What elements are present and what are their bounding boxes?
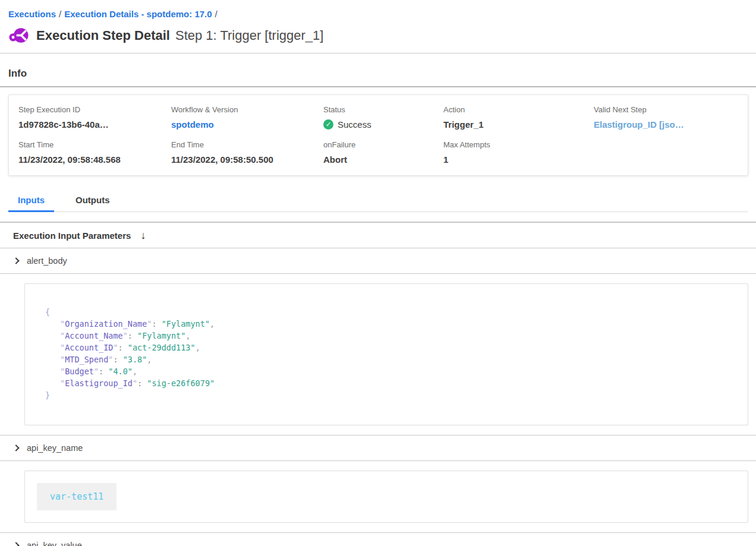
alert-body-content-box: {"Organization_Name": "Fylamynt","Accoun… — [24, 283, 748, 425]
page-title: Execution Step Detail — [36, 28, 170, 43]
field-value: Trigger_1 — [443, 119, 594, 130]
chevron-right-icon — [12, 542, 19, 546]
field-value: 11/23/2022, 09:58:50.500 — [171, 154, 323, 165]
expander-label: api_key_value — [27, 541, 82, 546]
field-end-time: End Time 11/23/2022, 09:58:50.500 — [171, 140, 323, 165]
field-on-failure: onFailure Abort — [323, 140, 443, 165]
breadcrumb-link-executions[interactable]: Executions — [8, 9, 56, 19]
expander-label: api_key_name — [27, 443, 83, 453]
page-subtitle: Step 1: Trigger [trigger_1] — [175, 28, 323, 43]
check-circle-icon: ✓ — [323, 119, 333, 130]
api-key-name-value: var-test11 — [37, 483, 116, 510]
field-label: Valid Next Step — [594, 105, 738, 114]
field-action: Action Trigger_1 — [443, 105, 594, 130]
field-valid-next-step: Valid Next Step Elastigroup_ID [jso… — [594, 105, 738, 130]
json-viewer: {"Organization_Name": "Fylamynt","Accoun… — [45, 306, 736, 401]
chevron-right-icon — [12, 257, 19, 264]
info-heading: Info — [8, 68, 748, 80]
field-value: 1d97828c-13b6-40a… — [18, 119, 171, 130]
divider — [0, 460, 756, 461]
expander-api-key-value[interactable]: api_key_value — [8, 533, 748, 546]
field-label: onFailure — [323, 140, 443, 149]
breadcrumb: Executions/Execution Details - spotdemo:… — [0, 0, 756, 19]
status-badge: ✓ Success — [323, 119, 443, 130]
divider — [0, 273, 756, 274]
field-label: Start Time — [18, 140, 171, 149]
info-card: Step Execution ID 1d97828c-13b6-40a… Wor… — [8, 94, 748, 176]
field-label: Max Attempts — [443, 140, 594, 149]
params-header-label: Execution Input Parameters — [13, 231, 131, 241]
breadcrumb-separator: / — [56, 9, 64, 19]
field-status: Status ✓ Success — [323, 105, 443, 130]
tab-outputs[interactable]: Outputs — [62, 191, 123, 212]
field-label: Step Execution ID — [18, 105, 171, 114]
workflow-link[interactable]: spotdemo — [171, 119, 323, 130]
field-value: 11/23/2022, 09:58:48.568 — [18, 154, 171, 165]
tabbar: Inputs Outputs — [8, 191, 748, 212]
field-workflow-version: Workflow & Version spotdemo — [171, 105, 323, 130]
divider — [0, 86, 756, 87]
expander-alert-body[interactable]: alert_body — [8, 248, 748, 273]
breadcrumb-separator: / — [212, 9, 220, 19]
field-start-time: Start Time 11/23/2022, 09:58:48.568 — [18, 140, 171, 165]
page-title-group: Execution Step DetailStep 1: Trigger [tr… — [36, 28, 323, 43]
field-value: 1 — [443, 154, 594, 165]
chevron-right-icon — [12, 444, 19, 451]
field-label: Workflow & Version — [171, 105, 323, 114]
empty-cell — [594, 140, 738, 165]
page-header: Execution Step DetailStep 1: Trigger [tr… — [8, 26, 748, 45]
api-key-name-content-box: var-test11 — [24, 471, 748, 523]
field-max-attempts: Max Attempts 1 — [443, 140, 594, 165]
breadcrumb-link-execution-details[interactable]: Execution Details - spotdemo: 17.0 — [64, 9, 212, 19]
field-value: Abort — [323, 154, 443, 165]
expander-label: alert_body — [27, 256, 67, 266]
valid-next-step-link[interactable]: Elastigroup_ID [jso… — [594, 119, 738, 130]
field-step-execution-id: Step Execution ID 1d97828c-13b6-40a… — [18, 105, 171, 130]
tab-inputs[interactable]: Inputs — [8, 191, 54, 212]
field-label: End Time — [171, 140, 323, 149]
params-header: Execution Input Parameters ↓ — [8, 223, 748, 248]
fylamynt-logo-icon — [8, 26, 29, 45]
status-text: Success — [338, 119, 371, 130]
field-label: Status — [323, 105, 443, 114]
expander-api-key-name[interactable]: api_key_name — [8, 435, 748, 460]
field-label: Action — [443, 105, 594, 114]
divider — [0, 53, 756, 53]
arrow-down-icon[interactable]: ↓ — [140, 230, 146, 241]
